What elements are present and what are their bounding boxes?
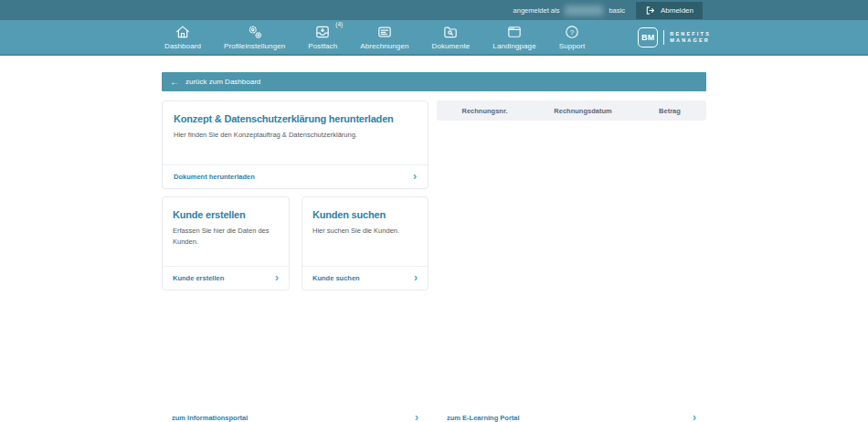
nav-item-dokumente[interactable]: Dokumente (432, 24, 471, 50)
card-body: Kunde erstellen Erfassen Sie hier die Da… (163, 197, 289, 255)
billing-icon (376, 24, 393, 40)
top-bar: angemeldet als basic Abmelden (0, 0, 868, 20)
logo-wordmark: BENEFITS MANAGER (670, 31, 711, 43)
portal-links-row: zum Informationsportal › zum E-Learning … (162, 414, 706, 422)
chevron-right-icon: › (413, 173, 417, 180)
link-label: zum Informationsportal (172, 414, 248, 422)
elearning-portal-link[interactable]: zum E-Learning Portal › (437, 414, 706, 422)
logged-in-info: angemeldet als basic (513, 5, 625, 16)
nav-items: Dashboard Profileinstellungen (4) Postf (164, 24, 638, 50)
logo-line1: BENEFITS (670, 31, 711, 37)
card-download-concept: Konzept & Datenschutzerklärung herunterl… (162, 100, 429, 189)
download-document-action[interactable]: Dokument herunterladen › (163, 164, 428, 188)
nav-label: Support (559, 42, 586, 50)
small-cards-row: Kunde erstellen Erfassen Sie hier die Da… (162, 196, 429, 290)
svg-text:?: ? (570, 28, 575, 37)
content-area: ← zurück zum Dashboard Konzept & Datensc… (162, 72, 706, 290)
nav-item-abrechnungen[interactable]: Abrechnungen (360, 24, 408, 50)
nav-item-support[interactable]: ? Support (559, 24, 586, 50)
invoices-table: Rechnungsnr. Rechnungsdatum Betrag (437, 100, 706, 290)
back-arrow-icon: ← (170, 78, 179, 87)
card-description: Hier suchen Sie die Kunden. (312, 226, 418, 237)
invoices-table-header: Rechnungsnr. Rechnungsdatum Betrag (437, 100, 706, 121)
card-title: Kunden suchen (312, 209, 418, 220)
card-title: Konzept & Datenschutzerklärung herunterl… (174, 113, 417, 124)
nav-label: Dashboard (164, 42, 201, 50)
card-body: Kunden suchen Hier suchen Sie die Kunden… (302, 197, 428, 255)
benefits-manager-logo: BM BENEFITS MANAGER (638, 27, 711, 47)
main-navigation: Dashboard Profileinstellungen (4) Postf (0, 20, 868, 56)
nav-label: Abrechnungen (360, 42, 408, 50)
nav-item-profileinstellungen[interactable]: Profileinstellungen (224, 24, 285, 50)
nav-label: Landingpage (492, 42, 535, 50)
column-header-amount: Betrag (633, 107, 706, 115)
card-description: Erfassen Sie hier die Daten des Kunden. (173, 226, 279, 247)
main-row: Konzept & Datenschutzerklärung herunterl… (162, 100, 706, 290)
chevron-right-icon: › (415, 414, 418, 421)
browser-window-icon (506, 24, 523, 40)
unread-count-badge: (4) (335, 21, 343, 27)
gears-icon (247, 24, 263, 40)
chevron-right-icon: › (693, 414, 696, 421)
help-circle-icon: ? (564, 24, 580, 40)
redacted-username (565, 5, 603, 16)
logo-divider (663, 30, 664, 45)
card-title: Kunde erstellen (173, 209, 279, 220)
search-customer-action[interactable]: Kunde suchen › (302, 266, 428, 290)
home-icon (175, 24, 191, 40)
column-header-invoice-date: Rechnungsdatum (533, 107, 633, 115)
nav-item-landingpage[interactable]: Landingpage (492, 24, 535, 50)
card-description: Hier finden Sie den Konzeptauftrag & Dat… (174, 130, 417, 141)
back-to-dashboard-bar[interactable]: ← zurück zum Dashboard (162, 72, 706, 91)
card-create-customer: Kunde erstellen Erfassen Sie hier die Da… (162, 196, 290, 290)
nav-item-dashboard[interactable]: Dashboard (164, 24, 201, 50)
column-header-invoice-number: Rechnungsnr. (437, 107, 533, 115)
nav-item-postfach[interactable]: (4) Postfach (308, 24, 337, 50)
create-customer-action[interactable]: Kunde erstellen › (163, 266, 289, 290)
chevron-right-icon: › (414, 274, 418, 281)
logout-label: Abmelden (661, 6, 693, 15)
cards-column: Konzept & Datenschutzerklärung herunterl… (162, 100, 429, 290)
chevron-right-icon: › (275, 274, 279, 281)
link-label: zum E-Learning Portal (447, 414, 520, 422)
nav-label: Dokumente (432, 42, 471, 50)
logged-in-as-label: angemeldet als (513, 6, 560, 15)
logout-icon (645, 5, 655, 16)
logo-line2: MANAGER (670, 37, 711, 43)
nav-label: Profileinstellungen (224, 42, 285, 50)
action-label: Kunde suchen (312, 274, 360, 282)
info-portal-link[interactable]: zum Informationsportal › (162, 414, 429, 422)
card-body: Konzept & Datenschutzerklärung herunterl… (163, 101, 428, 153)
nav-label: Postfach (308, 42, 337, 50)
logout-button[interactable]: Abmelden (636, 2, 703, 19)
action-label: Kunde erstellen (173, 274, 224, 282)
logo-initials: BM (638, 27, 658, 47)
action-label: Dokument herunterladen (174, 173, 255, 181)
inbox-icon: (4) (314, 24, 331, 40)
account-type-label: basic (609, 6, 625, 15)
card-search-customers: Kunden suchen Hier suchen Sie die Kunden… (302, 196, 429, 290)
back-bar-label: zurück zum Dashboard (185, 78, 260, 86)
folder-search-icon (442, 24, 459, 40)
